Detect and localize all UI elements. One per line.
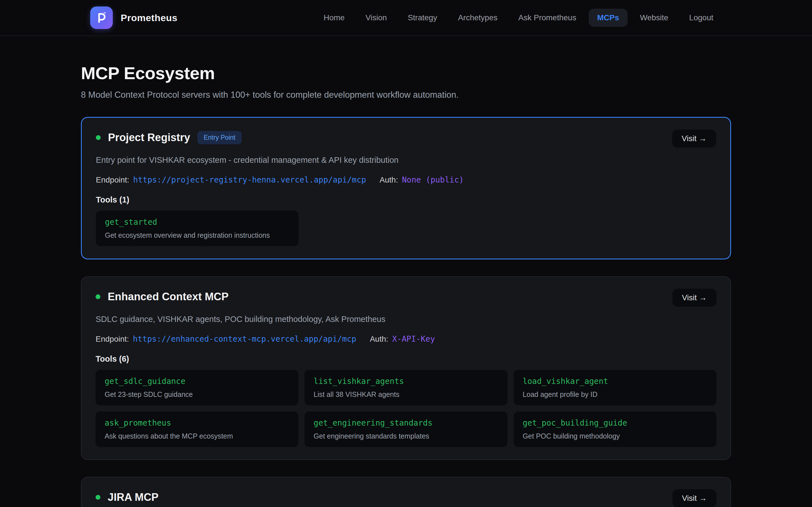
brand-name: Prometheus: [121, 12, 177, 23]
auth-value: X-API-Key: [392, 334, 435, 344]
tool-description: Get ecosystem overview and registration …: [105, 231, 290, 239]
mcp-server-card: Enhanced Context MCPVisit →SDLC guidance…: [81, 276, 731, 460]
tool-card: get_engineering_standardsGet engineering…: [305, 411, 507, 447]
endpoint-url: https://enhanced-context-mcp.vercel.app/…: [133, 334, 356, 344]
endpoint-url: https://project-registry-henna.vercel.ap…: [133, 175, 366, 185]
tool-name: get_started: [105, 217, 290, 227]
nav-item-ask-prometheus[interactable]: Ask Prometheus: [510, 9, 585, 27]
nav-item-home[interactable]: Home: [315, 9, 353, 27]
card-title-group: Enhanced Context MCP: [96, 289, 229, 304]
endpoint-row: Endpoint:https://project-registry-henna.…: [96, 175, 716, 185]
tool-name: list_vishkar_agents: [313, 377, 498, 386]
mcp-server-card: JIRA MCPVisit →Complete Jira integration…: [81, 477, 731, 507]
tool-name: load_vishkar_agent: [523, 377, 707, 386]
server-description: SDLC guidance, VISHKAR agents, POC build…: [96, 314, 716, 324]
server-name: Enhanced Context MCP: [108, 290, 229, 303]
tool-description: List all 38 VISHKAR agents: [313, 390, 498, 399]
nav-item-strategy[interactable]: Strategy: [399, 9, 446, 27]
tool-description: Get engineering standards templates: [313, 432, 498, 440]
tool-description: Get 23-step SDLC guidance: [105, 390, 289, 399]
brand[interactable]: Prometheus: [90, 6, 177, 29]
nav-inner: Prometheus HomeVisionStrategyArchetypesA…: [90, 6, 722, 29]
auth-label: Auth:: [370, 334, 388, 344]
endpoint-row: Endpoint:https://enhanced-context-mcp.ve…: [96, 334, 716, 344]
visit-button[interactable]: Visit →: [672, 489, 716, 507]
tools-count-label: Tools (1): [96, 195, 716, 205]
tool-name: get_engineering_standards: [313, 418, 498, 428]
card-header: JIRA MCPVisit →: [96, 489, 716, 507]
entry-point-badge: Entry Point: [197, 131, 242, 144]
tool-description: Get POC building methodology: [523, 432, 707, 440]
tool-description: Ask questions about the MCP ecosystem: [105, 432, 289, 440]
nav-item-website[interactable]: Website: [631, 9, 677, 27]
server-description: Entry point for VISHKAR ecosystem - cred…: [96, 155, 716, 165]
tool-name: get_sdlc_guidance: [105, 377, 289, 386]
nav-menu: HomeVisionStrategyArchetypesAsk Promethe…: [315, 9, 722, 27]
tool-name: get_poc_building_guide: [523, 418, 707, 428]
nav-item-vision[interactable]: Vision: [357, 9, 395, 27]
page-title: MCP Ecosystem: [81, 63, 731, 83]
tool-description: Load agent profile by ID: [523, 390, 707, 399]
card-header: Project RegistryEntry PointVisit →: [96, 129, 716, 148]
nav-item-mcps[interactable]: MCPs: [589, 9, 627, 27]
visit-button[interactable]: Visit →: [672, 289, 716, 307]
tool-name: ask_prometheus: [105, 418, 289, 428]
tools-grid: get_startedGet ecosystem overview and re…: [96, 211, 716, 246]
tool-card: get_sdlc_guidanceGet 23-step SDLC guidan…: [96, 370, 298, 405]
main-content: MCP Ecosystem 8 Model Context Protocol s…: [81, 63, 731, 507]
server-name: Project Registry: [108, 131, 190, 144]
auth-label: Auth:: [379, 175, 398, 185]
visit-button[interactable]: Visit →: [672, 129, 716, 148]
tools-count-label: Tools (6): [96, 354, 716, 363]
tool-card: get_startedGet ecosystem overview and re…: [96, 211, 299, 246]
tool-card: list_vishkar_agentsList all 38 VISHKAR a…: [305, 370, 507, 405]
endpoint-label: Endpoint:: [96, 175, 129, 185]
card-title-group: JIRA MCP: [96, 489, 158, 505]
top-navigation: Prometheus HomeVisionStrategyArchetypesA…: [0, 0, 812, 36]
card-header: Enhanced Context MCPVisit →: [96, 289, 716, 307]
server-card-list: Project RegistryEntry PointVisit →Entry …: [81, 117, 731, 507]
server-name: JIRA MCP: [108, 490, 158, 504]
tool-card: ask_prometheusAsk questions about the MC…: [96, 411, 298, 447]
tool-card: load_vishkar_agentLoad agent profile by …: [514, 370, 716, 405]
auth-value: None (public): [402, 175, 464, 185]
mcp-server-card: Project RegistryEntry PointVisit →Entry …: [81, 117, 731, 260]
prometheus-logo-icon: [90, 6, 113, 29]
nav-item-archetypes[interactable]: Archetypes: [449, 9, 506, 27]
endpoint-label: Endpoint:: [96, 334, 129, 344]
page-subtitle: 8 Model Context Protocol servers with 10…: [81, 90, 731, 100]
status-dot-icon: [96, 294, 100, 299]
nav-item-logout[interactable]: Logout: [680, 9, 722, 27]
tool-card: get_poc_building_guideGet POC building m…: [514, 411, 716, 447]
card-title-group: Project RegistryEntry Point: [96, 129, 242, 145]
tools-grid: get_sdlc_guidanceGet 23-step SDLC guidan…: [96, 370, 716, 447]
status-dot-icon: [96, 495, 100, 500]
status-dot-icon: [96, 135, 101, 140]
